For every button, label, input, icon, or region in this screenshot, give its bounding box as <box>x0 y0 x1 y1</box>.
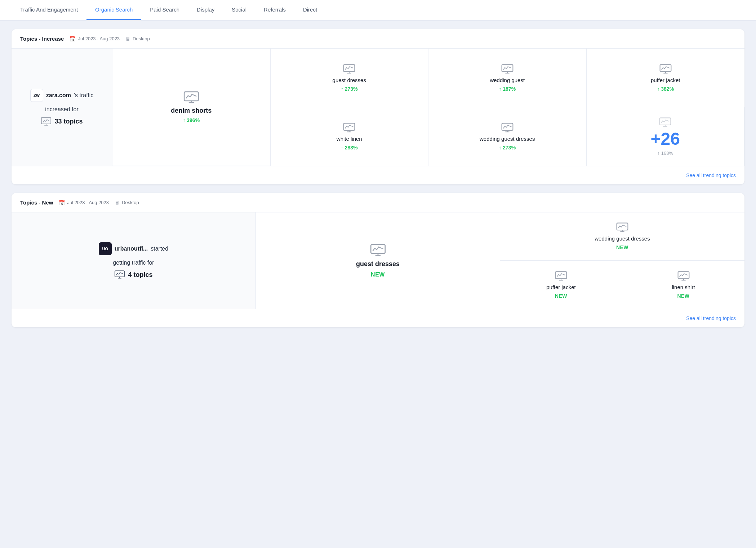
topics-new-device-meta: 🖥 Desktop <box>115 200 139 206</box>
summary-site-name: zara.com <box>46 92 71 99</box>
topic-cell-denim-shorts[interactable]: denim shorts ↑ 396% <box>112 49 271 166</box>
monitor-icon-new: 🖥 <box>115 200 120 206</box>
uo-summary-site-row: UO urbanoutfi... started <box>99 242 168 255</box>
topic-new-badge-wedding-guest-dresses: NEW <box>616 244 628 250</box>
uo-count-row: 4 topics <box>114 270 152 279</box>
topic-cell-wedding-guest[interactable]: wedding guest ↑ 187% <box>428 49 587 107</box>
topic-icon-puffer-jacket <box>659 64 672 74</box>
topic-icon-white-linen <box>343 123 355 133</box>
uo-topic-count: 4 topics <box>128 271 152 279</box>
uo-topic-monitor-icon <box>114 270 125 279</box>
topic-change-wedding-guest-dresses: ↑ 273% <box>499 145 516 151</box>
topic-monitor-icon <box>41 117 52 126</box>
topic-icon-wedding-guest-dresses <box>501 123 513 133</box>
nav-tabs: Traffic And Engagement Organic Search Pa… <box>0 0 756 21</box>
topics-new-date-meta: 📅 Jul 2023 - Aug 2023 <box>59 200 109 206</box>
topic-icon-denim-shorts <box>183 91 199 104</box>
topics-new-summary: UO urbanoutfi... started getting traffic… <box>12 212 256 309</box>
topic-name-new-puffer-jacket: puffer jacket <box>546 284 575 290</box>
topic-cell-white-linen[interactable]: white linen ↑ 283% <box>271 107 429 166</box>
see-all-trending-new[interactable]: See all trending topics <box>686 315 736 321</box>
topics-new-body: UO urbanoutfi... started getting traffic… <box>12 212 744 309</box>
topic-name-new-linen-shirt: linen shirt <box>672 284 695 290</box>
topic-name-wedding-guest-dresses: wedding guest dresses <box>480 136 535 142</box>
calendar-icon: 📅 <box>70 36 76 42</box>
tab-referrals[interactable]: Referrals <box>255 0 294 20</box>
topic-name-white-linen: white linen <box>337 136 362 142</box>
topics-increase-date-meta: 📅 Jul 2023 - Aug 2023 <box>70 36 120 42</box>
topics-increase-date: Jul 2023 - Aug 2023 <box>78 36 120 41</box>
topic-new-cell-puffer-jacket[interactable]: puffer jacket NEW <box>500 261 622 309</box>
topics-increase-card: Topics - Increase 📅 Jul 2023 - Aug 2023 … <box>12 29 744 184</box>
topic-icon-wedding-guest <box>501 64 513 74</box>
topic-more-count: +26 <box>651 130 680 148</box>
topic-change-wedding-guest: ↑ 187% <box>499 86 516 92</box>
topic-icon-new-wedding-guest-dresses <box>616 223 628 233</box>
topic-icon-guest-dresses <box>343 64 355 74</box>
topic-cell-puffer-jacket[interactable]: puffer jacket ↑ 382% <box>587 49 745 107</box>
topics-new-date: Jul 2023 - Aug 2023 <box>67 200 109 205</box>
uo-text2: getting traffic for <box>113 260 154 266</box>
tab-social[interactable]: Social <box>223 0 255 20</box>
topic-change-puffer-jacket: ↑ 382% <box>657 86 674 92</box>
topics-increase-grid: denim shorts ↑ 396% guest dresses ↑ 273% <box>112 49 744 166</box>
summary-text2: increased for <box>45 106 79 113</box>
topics-new-card: Topics - New 📅 Jul 2023 - Aug 2023 🖥 Des… <box>12 193 744 327</box>
topic-name-wedding-guest: wedding guest <box>490 77 525 83</box>
tab-display[interactable]: Display <box>188 0 223 20</box>
summary-topic-count: 33 topics <box>54 118 83 125</box>
topic-icon-new-guest-dresses <box>370 244 386 257</box>
tab-paid[interactable]: Paid Search <box>141 0 188 20</box>
topics-increase-header: Topics - Increase 📅 Jul 2023 - Aug 2023 … <box>12 29 744 49</box>
topics-increase-body: ZW zara.com 's traffic increased for 33 … <box>12 49 744 166</box>
summary-site-row: ZW zara.com 's traffic <box>30 89 94 102</box>
topic-new-cell-linen-shirt[interactable]: linen shirt NEW <box>622 261 744 309</box>
topic-name-guest-dresses: guest dresses <box>333 77 366 83</box>
topics-increase-device-meta: 🖥 Desktop <box>125 36 150 42</box>
monitor-icon: 🖥 <box>125 36 130 42</box>
tab-direct[interactable]: Direct <box>294 0 326 20</box>
topic-new-cell-wedding-guest-dresses[interactable]: wedding guest dresses NEW <box>500 212 744 261</box>
main-content: Topics - Increase 📅 Jul 2023 - Aug 2023 … <box>0 21 756 336</box>
topics-increase-device: Desktop <box>133 36 150 41</box>
calendar-icon-new: 📅 <box>59 200 65 206</box>
topic-cell-wedding-guest-dresses[interactable]: wedding guest dresses ↑ 273% <box>428 107 587 166</box>
topic-name-denim-shorts: denim shorts <box>171 107 212 114</box>
topic-change-guest-dresses: ↑ 273% <box>341 86 358 92</box>
topics-new-footer: See all trending topics <box>12 309 744 327</box>
tab-organic[interactable]: Organic Search <box>86 0 141 20</box>
topic-change-white-linen: ↑ 283% <box>341 145 358 151</box>
zara-logo: ZW <box>30 89 43 102</box>
topics-increase-summary: ZW zara.com 's traffic increased for 33 … <box>12 49 112 166</box>
tab-traffic[interactable]: Traffic And Engagement <box>12 0 86 20</box>
topics-new-title: Topics - New <box>20 199 53 206</box>
topic-new-badge-guest-dresses: NEW <box>371 271 385 278</box>
topic-new-badge-puffer-jacket: NEW <box>555 293 567 299</box>
topic-name-new-wedding-guest-dresses: wedding guest dresses <box>595 235 650 242</box>
topic-cell-guest-dresses[interactable]: guest dresses ↑ 273% <box>271 49 429 107</box>
topic-change-denim-shorts: ↑ 396% <box>183 117 200 123</box>
topic-more-change: ↑ 168% <box>658 151 673 156</box>
topic-name-puffer-jacket: puffer jacket <box>651 77 680 83</box>
topic-cell-more[interactable]: +26 ↑ 168% <box>587 107 745 166</box>
topic-icon-new-puffer-jacket <box>555 271 567 281</box>
uo-site-name: urbanoutfi... <box>115 246 148 252</box>
topic-name-new-guest-dresses: guest dresses <box>356 260 400 268</box>
topic-icon-more <box>659 117 671 127</box>
uo-text1: started <box>151 246 168 252</box>
topics-increase-footer: See all trending topics <box>12 166 744 184</box>
topics-new-right-grid: wedding guest dresses NEW puffer jacket … <box>500 212 744 309</box>
topic-new-cell-guest-dresses[interactable]: guest dresses NEW <box>256 212 500 309</box>
topics-new-device: Desktop <box>122 200 139 205</box>
uo-logo: UO <box>99 242 112 255</box>
see-all-trending-increase[interactable]: See all trending topics <box>686 172 736 178</box>
topics-new-header: Topics - New 📅 Jul 2023 - Aug 2023 🖥 Des… <box>12 193 744 212</box>
topic-icon-new-linen-shirt <box>677 271 690 281</box>
summary-count-row: 33 topics <box>41 117 83 126</box>
topics-increase-title: Topics - Increase <box>20 36 64 42</box>
summary-text1: 's traffic <box>74 92 93 99</box>
topic-new-badge-linen-shirt: NEW <box>677 293 689 299</box>
